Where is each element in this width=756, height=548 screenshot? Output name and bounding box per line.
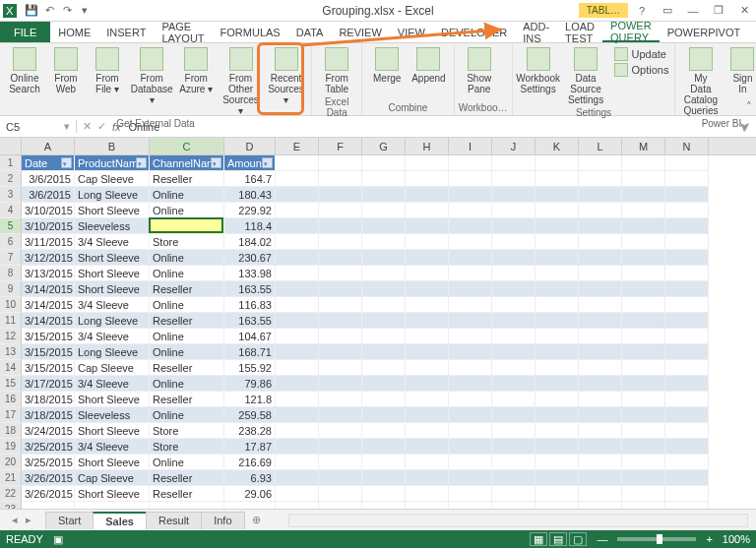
cell[interactable] <box>319 329 362 344</box>
cell[interactable] <box>319 218 362 234</box>
ribbon-btn-append[interactable]: Append <box>408 45 449 86</box>
cell[interactable] <box>362 203 406 218</box>
col-header-F[interactable]: F <box>319 138 362 154</box>
qat-save-icon[interactable]: 💾 <box>24 3 39 19</box>
ribbon-btn-from-other[interactable]: From Other Sources ▾ <box>217 45 265 118</box>
zoom-in-icon[interactable]: + <box>706 533 712 545</box>
cell[interactable]: 3/25/2015 <box>22 455 75 470</box>
cell[interactable]: 3/6/2015 <box>22 187 75 203</box>
cell[interactable] <box>319 171 362 187</box>
cell[interactable] <box>319 234 362 250</box>
ribbon-btn-my-data[interactable]: My Data Catalog Queries <box>679 45 722 118</box>
cell[interactable] <box>579 455 622 470</box>
close-icon[interactable]: ✕ <box>732 4 756 17</box>
cell[interactable] <box>536 171 579 187</box>
cell[interactable]: 3/24/2015 <box>22 423 75 439</box>
cell[interactable] <box>492 470 536 486</box>
collapse-ribbon-icon[interactable]: ˄ <box>746 100 752 113</box>
cell[interactable]: Reseller <box>150 281 224 297</box>
cell[interactable] <box>622 313 665 329</box>
cell[interactable]: 3/13/2015 <box>22 266 75 281</box>
row-header-17[interactable]: 17 <box>0 407 22 423</box>
cell[interactable] <box>622 266 665 281</box>
ribbon-btn-workbook[interactable]: Workbook Settings <box>517 45 560 96</box>
cell[interactable] <box>665 392 709 407</box>
cell[interactable] <box>665 313 709 329</box>
cell[interactable] <box>536 486 579 502</box>
cell[interactable] <box>622 234 665 250</box>
cell[interactable] <box>449 171 492 187</box>
cell[interactable] <box>319 313 362 329</box>
cell[interactable]: 229.92 <box>224 203 276 218</box>
cell[interactable] <box>319 439 362 455</box>
cell[interactable] <box>449 187 492 203</box>
cell[interactable] <box>492 486 536 502</box>
cell[interactable] <box>406 171 449 187</box>
cell[interactable] <box>362 344 406 360</box>
cell[interactable]: 133.98 <box>224 266 276 281</box>
cell[interactable] <box>492 218 536 234</box>
col-header-I[interactable]: I <box>449 138 492 154</box>
cell[interactable] <box>449 203 492 218</box>
cell[interactable] <box>579 250 622 266</box>
ribbon-display-icon[interactable]: ▭ <box>656 4 679 17</box>
view-layout-icon[interactable]: ▤ <box>549 532 567 546</box>
cell[interactable] <box>406 360 449 376</box>
cell[interactable] <box>579 360 622 376</box>
cell[interactable]: Store <box>150 439 224 455</box>
cell[interactable] <box>276 250 319 266</box>
cells-area[interactable]: DateProductNameChannelNameAmount3/6/2015… <box>22 155 709 512</box>
cell[interactable] <box>492 360 536 376</box>
filter-dropdown-icon[interactable] <box>61 157 72 168</box>
cell[interactable]: 3/11/2015 <box>22 234 75 250</box>
cell[interactable] <box>665 486 709 502</box>
col-header-M[interactable]: M <box>622 138 665 154</box>
cell[interactable]: 121.8 <box>224 392 276 407</box>
macro-record-icon[interactable]: ▣ <box>53 533 63 546</box>
cell[interactable] <box>319 407 362 423</box>
cell[interactable] <box>579 439 622 455</box>
cell[interactable]: 230.67 <box>224 250 276 266</box>
cell[interactable] <box>449 344 492 360</box>
cell[interactable] <box>536 155 579 171</box>
cell[interactable] <box>622 281 665 297</box>
tab-design[interactable]: DESIGN <box>748 22 756 42</box>
cell[interactable] <box>665 203 709 218</box>
col-header-B[interactable]: B <box>75 138 150 154</box>
cell[interactable]: 3/4 Sleeve <box>75 439 150 455</box>
cell[interactable] <box>276 439 319 455</box>
cell[interactable]: 118.4 <box>224 218 276 234</box>
minimize-icon[interactable]: — <box>681 5 705 17</box>
cell[interactable] <box>492 234 536 250</box>
row-header-9[interactable]: 9 <box>0 281 22 297</box>
cell[interactable] <box>492 297 536 313</box>
col-header-D[interactable]: D <box>224 138 276 154</box>
cell[interactable]: Sleeveless <box>75 407 150 423</box>
cell[interactable] <box>276 455 319 470</box>
cell[interactable]: Online <box>150 218 224 234</box>
tab-data[interactable]: DATA <box>288 22 332 42</box>
row-header-10[interactable]: 10 <box>0 297 22 313</box>
cell[interactable] <box>449 470 492 486</box>
cell[interactable]: 259.58 <box>224 407 276 423</box>
view-pagebreak-icon[interactable]: ▢ <box>569 532 587 546</box>
row-header-3[interactable]: 3 <box>0 187 22 203</box>
ribbon-btn-from[interactable]: From Database ▾ <box>128 45 175 107</box>
cell[interactable] <box>579 203 622 218</box>
cell[interactable] <box>362 360 406 376</box>
cell[interactable] <box>319 486 362 502</box>
cell[interactable] <box>622 344 665 360</box>
cell[interactable] <box>622 470 665 486</box>
cell[interactable]: 3/14/2015 <box>22 281 75 297</box>
col-header-G[interactable]: G <box>362 138 406 154</box>
cell[interactable]: 184.02 <box>224 234 276 250</box>
cell[interactable]: 116.83 <box>224 297 276 313</box>
cell[interactable] <box>579 392 622 407</box>
cell[interactable] <box>449 218 492 234</box>
col-header-E[interactable]: E <box>276 138 319 154</box>
cell[interactable] <box>536 392 579 407</box>
cell[interactable] <box>362 187 406 203</box>
cell[interactable] <box>492 376 536 392</box>
sheet-tab-start[interactable]: Start <box>45 512 94 529</box>
ribbon-btn-merge[interactable]: Merge <box>366 45 408 86</box>
